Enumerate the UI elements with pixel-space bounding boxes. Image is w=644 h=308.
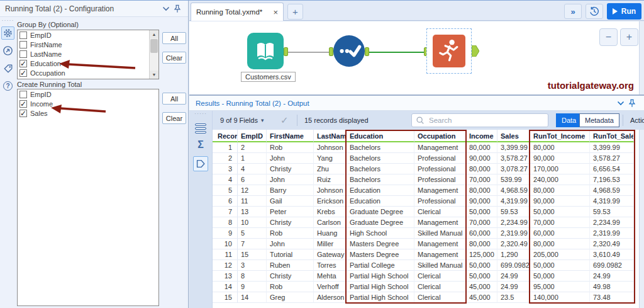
- running-total-tool-selected[interactable]: [426, 28, 472, 74]
- column-header-empid[interactable]: EmpID: [238, 130, 267, 142]
- column-header-firstname[interactable]: FirstName: [267, 130, 314, 142]
- column-header-record[interactable]: Record: [213, 130, 238, 142]
- connector-wire[interactable]: [369, 52, 427, 53]
- scroll-thumb[interactable]: [150, 39, 158, 53]
- grip-dots-icon[interactable]: ·····: [194, 111, 207, 115]
- search-input[interactable]: [428, 116, 544, 125]
- checkbox-empid[interactable]: [19, 31, 27, 39]
- table-cell: Christy: [267, 217, 314, 228]
- table-cell: 45,000: [466, 282, 497, 292]
- checkbox-firstname[interactable]: [19, 41, 27, 48]
- list-item-income[interactable]: ✓Income: [18, 99, 158, 108]
- output-connection-icon[interactable]: [193, 156, 208, 171]
- table-cell: Alderson: [314, 292, 347, 303]
- table-cell: 70,000: [530, 217, 590, 228]
- records-displayed-label: 15 records displayed: [304, 111, 369, 130]
- group-by-all-button[interactable]: All: [162, 32, 186, 44]
- checkbox-sales[interactable]: ✓: [19, 110, 27, 117]
- output-anchor[interactable]: [365, 47, 369, 56]
- workflow-canvas[interactable]: Customers.csv: [189, 21, 644, 96]
- runner-icon: [435, 37, 464, 66]
- checkbox-occupation[interactable]: ✓: [19, 69, 27, 77]
- table-cell: Management: [414, 239, 466, 249]
- table-row: 713PeterKrebsGraduate DegreeClerical50,0…: [213, 207, 639, 217]
- history-icon[interactable]: [586, 4, 603, 19]
- configuration-icon-strip: ····· ?: [0, 17, 16, 308]
- sigma-icon[interactable]: Σ: [197, 139, 204, 151]
- pin-icon[interactable]: [172, 3, 183, 14]
- list-item-education[interactable]: ✓Education: [18, 59, 158, 68]
- checkbox-lastname[interactable]: [19, 50, 27, 58]
- table-row: 1115TutorialGatewayMasters DegreeManagem…: [213, 249, 639, 260]
- table-cell: Skilled Manual: [414, 260, 466, 271]
- column-header-income[interactable]: Income: [466, 130, 497, 142]
- search-box[interactable]: [411, 113, 548, 127]
- more-tabs-button[interactable]: »: [564, 4, 582, 19]
- list-item-firstname[interactable]: FirstName: [18, 40, 158, 49]
- table-cell: 8: [238, 271, 267, 282]
- fields-dropdown[interactable]: 9 of 9 Fields ▾: [220, 111, 264, 130]
- new-tab-button[interactable]: +: [287, 4, 303, 20]
- grip-dots-icon[interactable]: ·····: [2, 18, 14, 22]
- group-by-listbox[interactable]: ▲ ▼ EmpIDFirstNameLastName✓Education✓Occ…: [17, 30, 159, 79]
- apply-check-icon[interactable]: ✓: [280, 111, 289, 130]
- column-header-lastname[interactable]: LastName: [314, 130, 347, 142]
- select-tool[interactable]: [333, 35, 365, 67]
- list-item-label: Occupation: [30, 69, 65, 77]
- help-icon[interactable]: ?: [1, 79, 14, 93]
- collapse-chevron-icon[interactable]: [160, 3, 172, 14]
- data-view-button[interactable]: Data: [556, 113, 582, 127]
- column-header-occupation[interactable]: Occupation: [414, 130, 466, 142]
- list-item-occupation[interactable]: ✓Occupation: [18, 68, 158, 77]
- list-item-sales[interactable]: ✓Sales: [18, 108, 158, 118]
- create-running-total-listbox[interactable]: EmpID✓Income✓Sales: [17, 89, 159, 306]
- table-cell: Bachelors: [347, 174, 414, 185]
- table-view-icon[interactable]: [195, 123, 206, 134]
- collapse-chevron-icon[interactable]: [615, 98, 626, 109]
- scroll-down-icon[interactable]: ▼: [150, 71, 158, 79]
- output-anchor[interactable]: [284, 47, 288, 56]
- list-item-lastname[interactable]: LastName: [18, 49, 158, 59]
- close-icon[interactable]: ×: [273, 8, 278, 17]
- listbox-scrollbar[interactable]: ▲ ▼: [149, 30, 158, 79]
- zoom-in-button[interactable]: +: [620, 28, 638, 46]
- run-button[interactable]: Run: [607, 3, 641, 20]
- group-by-clear-button[interactable]: Clear: [162, 52, 186, 64]
- scroll-up-icon[interactable]: ▲: [150, 30, 158, 38]
- table-cell: Gateway: [314, 249, 347, 260]
- zoom-out-button[interactable]: −: [599, 28, 618, 46]
- table-cell: John: [267, 239, 314, 249]
- output-anchor[interactable]: [472, 45, 479, 57]
- connector-wire[interactable]: [287, 52, 331, 53]
- list-item-empid[interactable]: EmpID: [18, 89, 158, 99]
- table-cell: 50,000: [530, 207, 590, 217]
- checkbox-education[interactable]: ✓: [19, 60, 27, 67]
- running-total-all-button[interactable]: All: [162, 93, 186, 105]
- canvas-scrollbar[interactable]: [639, 21, 644, 94]
- checkbox-empid[interactable]: [19, 91, 27, 98]
- column-header-runtot_income[interactable]: RunTot_Income: [530, 130, 590, 142]
- gear-icon[interactable]: [1, 26, 14, 40]
- workflow-tab[interactable]: Running Total.yxmd* ×: [191, 3, 284, 21]
- results-data-grid: RecordEmpIDFirstNameLastNameEducationOcc…: [213, 130, 639, 308]
- results-scrollbar[interactable]: [639, 130, 644, 308]
- input-anchor[interactable]: [329, 47, 333, 56]
- column-header-sales[interactable]: Sales: [497, 130, 530, 142]
- workflow-navigation-icon[interactable]: [1, 44, 14, 57]
- table-cell: 6: [213, 196, 238, 207]
- input-data-tool[interactable]: [247, 33, 284, 69]
- table-cell: 70,000: [466, 217, 497, 228]
- actions-dropdown[interactable]: Actions ▾: [630, 111, 644, 130]
- column-header-education[interactable]: Education: [347, 130, 414, 142]
- checkbox-income[interactable]: ✓: [19, 100, 27, 108]
- table-cell: 90,000: [530, 196, 590, 207]
- table-cell: High School: [347, 228, 414, 239]
- pin-icon[interactable]: [626, 98, 638, 109]
- input-tool-annotation[interactable]: Customers.csv: [241, 72, 296, 82]
- table-cell: Clerical: [414, 207, 466, 217]
- metadata-view-button[interactable]: Metadata: [579, 113, 619, 127]
- list-item-empid[interactable]: EmpID: [18, 30, 158, 40]
- tag-icon[interactable]: [1, 62, 14, 75]
- column-header-runtot_sales[interactable]: RunTot_Sales: [590, 130, 634, 142]
- running-total-clear-button[interactable]: Clear: [162, 112, 186, 124]
